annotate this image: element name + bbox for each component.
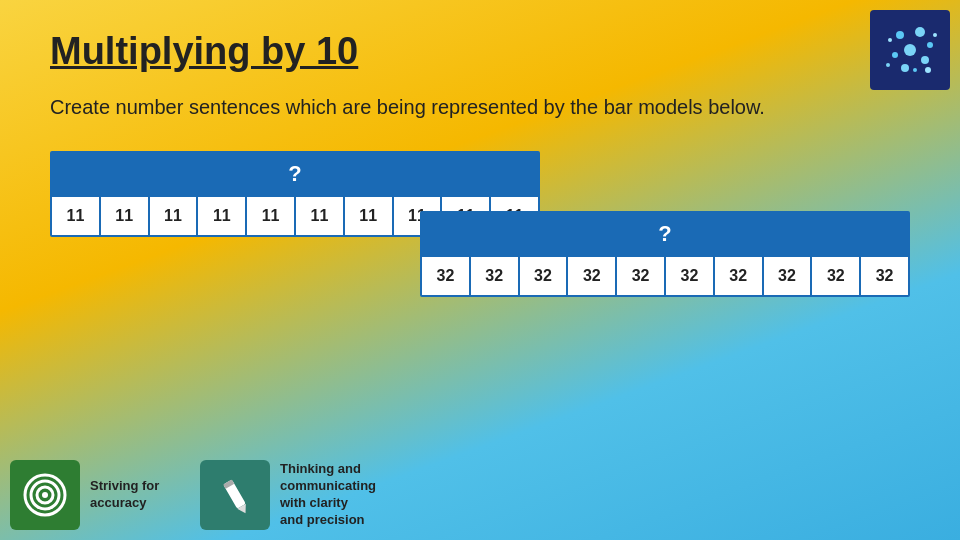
badge-thinking-label: Thinking and communicating with clarity … [280,461,370,529]
bar-model-1-cell-3: 11 [150,197,199,235]
bar-model-2-cell-7: 32 [715,257,764,295]
bar-models-area: ? 11 11 11 11 11 11 11 11 11 11 ? [50,151,910,381]
bar-model-2-cell-2: 32 [471,257,520,295]
bar-model-1-cell-2: 11 [101,197,150,235]
bar-model-1-cell-7: 11 [345,197,394,235]
svg-point-8 [925,67,931,73]
bar-model-2-header: ? [422,213,908,255]
svg-point-15 [42,492,48,498]
bar-model-2: ? 32 32 32 32 32 32 32 32 32 32 [420,211,910,297]
svg-point-6 [901,64,909,72]
main-content: Multiplying by 10 Create number sentence… [0,0,960,401]
target-icon [22,472,68,518]
badge-accuracy: Striving for accuracy [10,460,180,530]
bar-model-2-cell-8: 32 [764,257,813,295]
svg-point-4 [921,56,929,64]
svg-point-0 [904,44,916,56]
svg-point-7 [888,38,892,42]
bar-model-2-cell-9: 32 [812,257,861,295]
bar-model-2-cells: 32 32 32 32 32 32 32 32 32 32 [422,255,908,295]
svg-point-2 [915,27,925,37]
subtitle-text: Create number sentences which are being … [50,93,910,121]
bar-model-2-cell-3: 32 [520,257,569,295]
page-title: Multiplying by 10 [50,30,910,73]
bar-model-2-cell-4: 32 [568,257,617,295]
svg-point-9 [913,68,917,72]
badge-thinking: Thinking and communicating with clarity … [200,460,370,530]
sparkle-icon [880,20,940,80]
svg-point-11 [886,63,890,67]
svg-point-1 [896,31,904,39]
bar-model-2-cell-10: 32 [861,257,908,295]
badge-accuracy-icon [10,460,80,530]
svg-point-5 [892,52,898,58]
bar-model-2-cell-5: 32 [617,257,666,295]
bar-model-2-cell-1: 32 [422,257,471,295]
svg-point-3 [927,42,933,48]
bar-model-1-cell-4: 11 [198,197,247,235]
bottom-badges: Striving for accuracy Thinking and commu… [10,460,370,530]
bar-model-1-cell-1: 11 [52,197,101,235]
bar-model-2-cell-6: 32 [666,257,715,295]
bar-model-1-cell-5: 11 [247,197,296,235]
svg-point-10 [933,33,937,37]
pencil-icon [212,472,258,518]
badge-thinking-icon [200,460,270,530]
bar-model-1-header: ? [52,153,538,195]
badge-accuracy-label: Striving for accuracy [90,478,180,512]
bar-model-2-container: ? 32 32 32 32 32 32 32 32 32 32 [420,211,910,297]
top-right-decoration [870,10,950,90]
bar-model-1-cell-6: 11 [296,197,345,235]
